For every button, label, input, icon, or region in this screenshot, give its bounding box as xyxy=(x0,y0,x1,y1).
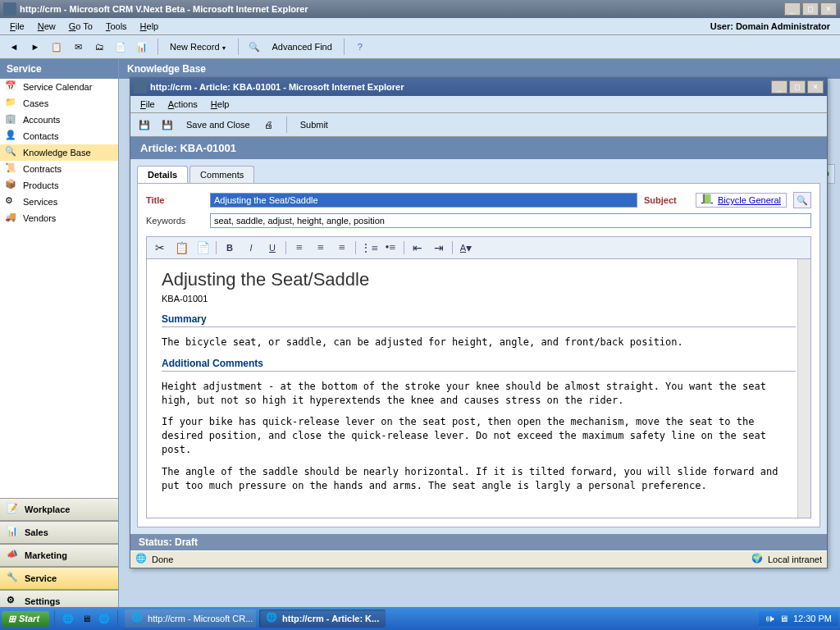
child-menu-help[interactable]: Help xyxy=(204,98,236,111)
ie-icon: 🌐 xyxy=(131,612,144,625)
main-titlebar: http://crm - Microsoft CRM V.Next Beta -… xyxy=(0,0,840,18)
indent-icon[interactable]: ⇥ xyxy=(431,240,447,256)
print-icon[interactable]: 🖨 xyxy=(260,116,278,134)
italic-icon[interactable]: I xyxy=(243,240,259,256)
underline-icon[interactable]: U xyxy=(264,240,281,256)
child-menu-file[interactable]: File xyxy=(134,98,162,111)
sidebar-item-vendors[interactable]: 🚚Vendors xyxy=(0,210,118,226)
ie-status-icon: 🌐 xyxy=(135,553,148,566)
ql-ie-icon[interactable]: 🌐 xyxy=(60,610,76,627)
menu-new[interactable]: New xyxy=(31,20,62,33)
menu-file[interactable]: File xyxy=(3,20,31,33)
numlist-icon[interactable]: ⋮≡ xyxy=(361,240,377,256)
align-center-icon[interactable]: ≡ xyxy=(313,240,329,256)
tb-forward-icon[interactable]: ► xyxy=(26,38,44,56)
save-icon[interactable]: 💾 xyxy=(135,116,153,134)
saveclose-icon[interactable]: 💾 xyxy=(158,116,176,134)
submit-button[interactable]: Submit xyxy=(295,120,333,130)
accounts-icon: 🏢 xyxy=(5,113,18,126)
child-minimize-button[interactable]: _ xyxy=(771,80,788,94)
sales-icon: 📊 xyxy=(7,526,20,539)
ql-desktop-icon[interactable]: 🖥 xyxy=(78,610,94,627)
bold-icon[interactable]: B xyxy=(221,240,238,256)
nav-workplace[interactable]: 📝Workplace xyxy=(0,498,118,521)
zone-icon: 🌍 xyxy=(751,553,765,566)
addl-p2: If your bike has quick-release lever on … xyxy=(162,415,796,456)
ie-icon xyxy=(3,2,16,16)
service-icon: 🔧 xyxy=(7,572,20,585)
summary-text: The bicycle seat, or saddle, can be adju… xyxy=(162,336,796,349)
child-close-button[interactable]: × xyxy=(807,80,824,94)
taskbar-task-article[interactable]: 🌐http://crm - Article: K... xyxy=(259,609,386,628)
sidebar-item-accounts[interactable]: 🏢Accounts xyxy=(0,112,118,128)
system-tray[interactable]: 🕪 🖥 12:30 PM xyxy=(759,611,838,626)
title-input[interactable] xyxy=(210,193,637,208)
editor-body[interactable]: Adjusting the Seat/Saddle KBA-01001 Summ… xyxy=(146,259,811,518)
sidebar-item-contracts[interactable]: 📜Contracts xyxy=(0,161,118,177)
sidebar-item-services[interactable]: ⚙Services xyxy=(0,194,118,210)
tb-btn6-icon[interactable]: 📄 xyxy=(112,38,130,56)
workplace-icon: 📝 xyxy=(7,503,20,516)
paste-icon[interactable]: 📄 xyxy=(194,240,211,256)
summary-heading: Summary xyxy=(162,313,796,327)
sidebar-item-products[interactable]: 📦Products xyxy=(0,177,118,194)
tb-back-icon[interactable]: ◄ xyxy=(5,38,23,56)
new-record-button[interactable]: New Record▼ xyxy=(165,42,231,52)
nav-marketing[interactable]: 📣Marketing xyxy=(0,544,118,567)
tray-icon-1[interactable]: 🕪 xyxy=(765,614,774,623)
sidebar-item-kb[interactable]: 🔍Knowledge Base xyxy=(0,144,118,161)
minimize-button[interactable]: _ xyxy=(784,2,801,16)
settings-icon: ⚙ xyxy=(7,595,20,608)
subject-label: Subject xyxy=(644,195,689,205)
align-right-icon[interactable]: ≡ xyxy=(334,240,350,256)
start-button[interactable]: ⊞Start xyxy=(2,611,49,627)
menu-tools[interactable]: Tools xyxy=(99,20,134,33)
keywords-label: Keywords xyxy=(146,216,203,226)
save-close-button[interactable]: Save and Close xyxy=(181,120,255,130)
sidebar-item-contacts[interactable]: 👤Contacts xyxy=(0,128,118,144)
menu-goto[interactable]: Go To xyxy=(62,20,99,33)
restore-button[interactable]: □ xyxy=(802,2,819,16)
tb-mail-icon[interactable]: ✉ xyxy=(69,38,87,56)
user-label: User: Domain Administrator xyxy=(710,21,837,31)
products-icon: 📦 xyxy=(5,179,18,192)
nav-service[interactable]: 🔧Service xyxy=(0,567,118,590)
editor-toolbar: ✂ 📋 📄 B I U ≡ ≡ ≡ ⋮≡ •≡ ⇤ ⇥ A▾ xyxy=(146,236,811,259)
title-label: Title xyxy=(146,195,203,205)
tb-btn3-icon[interactable]: 📋 xyxy=(48,38,66,56)
cut-icon[interactable]: ✂ xyxy=(152,240,168,256)
tab-comments[interactable]: Comments xyxy=(189,166,254,183)
align-left-icon[interactable]: ≡ xyxy=(291,240,308,256)
windows-icon: ⊞ xyxy=(8,614,16,624)
article-header: Article: KBA-01001 xyxy=(130,137,827,159)
tab-details[interactable]: Details xyxy=(137,166,188,183)
editor-scrollbar[interactable] xyxy=(797,259,810,518)
child-ie-statusbar: 🌐 Done 🌍Local intranet xyxy=(130,550,827,568)
article-id: KBA-01001 xyxy=(162,294,796,304)
tb-btn7-icon[interactable]: 📊 xyxy=(133,38,151,56)
child-restore-button[interactable]: □ xyxy=(789,80,806,94)
copy-icon[interactable]: 📋 xyxy=(173,240,189,256)
fontcolor-icon[interactable]: A▾ xyxy=(458,240,474,256)
advanced-find-button[interactable]: Advanced Find xyxy=(267,42,336,52)
tb-btn5-icon[interactable]: 🗂 xyxy=(90,38,108,56)
sidebar-item-cases[interactable]: 📁Cases xyxy=(0,95,118,112)
help-icon[interactable]: ? xyxy=(351,38,369,56)
vendors-icon: 🚚 xyxy=(5,212,18,225)
tray-icon-2[interactable]: 🖥 xyxy=(779,614,788,623)
subject-link[interactable]: 📗Bicycle General xyxy=(696,193,787,208)
sidebar-item-calendar[interactable]: 📅Service Calendar xyxy=(0,79,118,95)
menu-help[interactable]: Help xyxy=(134,20,166,33)
ie-icon xyxy=(134,80,147,94)
main-title: http://crm - Microsoft CRM V.Next Beta -… xyxy=(20,4,784,14)
taskbar-task-main[interactable]: 🌐http://crm - Microsoft CR... xyxy=(125,609,256,628)
ql-ie2-icon[interactable]: 🌐 xyxy=(96,610,112,627)
close-button[interactable]: × xyxy=(820,2,837,16)
nav-sales[interactable]: 📊Sales xyxy=(0,521,118,544)
subject-lookup-button[interactable]: 🔍 xyxy=(793,192,811,208)
advfind-icon[interactable]: 🔍 xyxy=(245,38,263,56)
keywords-input[interactable] xyxy=(210,213,811,228)
outdent-icon[interactable]: ⇤ xyxy=(409,240,426,256)
child-menu-actions[interactable]: Actions xyxy=(162,98,204,111)
bullist-icon[interactable]: •≡ xyxy=(382,240,399,256)
